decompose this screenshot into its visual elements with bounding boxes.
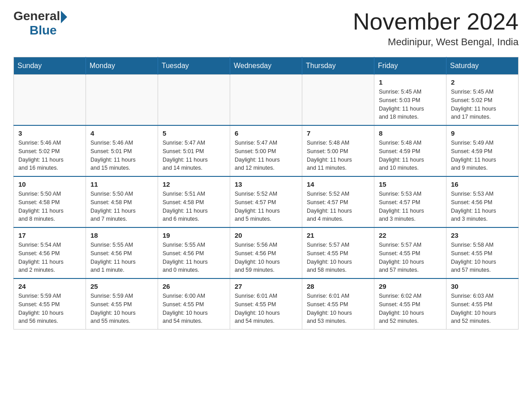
day-info: Sunrise: 6:01 AM Sunset: 4:55 PM Dayligh…: [235, 292, 297, 325]
title-section: November 2024 Medinipur, West Bengal, In…: [353, 9, 519, 48]
logo-arrow-icon: [61, 11, 67, 23]
logo: General Blue: [13, 9, 67, 38]
weekday-header-sunday: Sunday: [14, 57, 86, 75]
calendar-cell: 11Sunrise: 5:50 AM Sunset: 4:58 PM Dayli…: [86, 176, 158, 227]
day-info: Sunrise: 5:47 AM Sunset: 5:00 PM Dayligh…: [235, 139, 297, 172]
calendar-cell: 8Sunrise: 5:48 AM Sunset: 4:59 PM Daylig…: [374, 125, 446, 176]
weekday-header-wednesday: Wednesday: [230, 57, 302, 75]
page-header: General Blue November 2024 Medinipur, We…: [13, 9, 519, 48]
day-info: Sunrise: 5:54 AM Sunset: 4:56 PM Dayligh…: [18, 241, 81, 274]
weekday-header-row: SundayMondayTuesdayWednesdayThursdayFrid…: [14, 57, 519, 75]
calendar-cell: 5Sunrise: 5:47 AM Sunset: 5:01 PM Daylig…: [158, 125, 230, 176]
calendar-table: SundayMondayTuesdayWednesdayThursdayFrid…: [13, 57, 519, 330]
calendar-cell: 27Sunrise: 6:01 AM Sunset: 4:55 PM Dayli…: [230, 278, 302, 330]
month-title: November 2024: [353, 9, 519, 34]
calendar-week-row: 24Sunrise: 5:59 AM Sunset: 4:55 PM Dayli…: [14, 278, 519, 330]
calendar-week-row: 3Sunrise: 5:46 AM Sunset: 5:02 PM Daylig…: [14, 125, 519, 176]
calendar-cell: 25Sunrise: 5:59 AM Sunset: 4:55 PM Dayli…: [86, 278, 158, 330]
calendar-cell: 23Sunrise: 5:58 AM Sunset: 4:55 PM Dayli…: [446, 227, 519, 278]
day-info: Sunrise: 5:45 AM Sunset: 5:02 PM Dayligh…: [451, 88, 514, 121]
calendar-cell: 16Sunrise: 5:53 AM Sunset: 4:56 PM Dayli…: [446, 176, 519, 227]
calendar-cell: 7Sunrise: 5:48 AM Sunset: 5:00 PM Daylig…: [302, 125, 374, 176]
day-number: 25: [90, 283, 153, 290]
day-info: Sunrise: 5:48 AM Sunset: 5:00 PM Dayligh…: [307, 139, 369, 172]
calendar-week-row: 1Sunrise: 5:45 AM Sunset: 5:03 PM Daylig…: [14, 75, 519, 126]
day-info: Sunrise: 5:50 AM Sunset: 4:58 PM Dayligh…: [18, 190, 81, 223]
location-title: Medinipur, West Bengal, India: [353, 36, 519, 48]
calendar-cell: 10Sunrise: 5:50 AM Sunset: 4:58 PM Dayli…: [14, 176, 86, 227]
day-number: 12: [163, 180, 225, 188]
calendar-cell: 14Sunrise: 5:52 AM Sunset: 4:57 PM Dayli…: [302, 176, 374, 227]
calendar-cell: [230, 75, 302, 126]
calendar-cell: [158, 75, 230, 126]
day-info: Sunrise: 5:55 AM Sunset: 4:56 PM Dayligh…: [163, 241, 225, 274]
calendar-cell: 4Sunrise: 5:46 AM Sunset: 5:01 PM Daylig…: [86, 125, 158, 176]
day-number: 23: [451, 231, 514, 239]
day-number: 13: [235, 180, 297, 188]
calendar-cell: [14, 75, 86, 126]
day-info: Sunrise: 5:48 AM Sunset: 4:59 PM Dayligh…: [379, 139, 442, 172]
day-info: Sunrise: 5:53 AM Sunset: 4:57 PM Dayligh…: [379, 190, 442, 223]
weekday-header-tuesday: Tuesday: [158, 57, 230, 75]
day-info: Sunrise: 5:50 AM Sunset: 4:58 PM Dayligh…: [90, 190, 153, 223]
calendar-cell: [86, 75, 158, 126]
day-number: 2: [451, 78, 514, 86]
calendar-cell: 3Sunrise: 5:46 AM Sunset: 5:02 PM Daylig…: [14, 125, 86, 176]
day-info: Sunrise: 5:55 AM Sunset: 4:56 PM Dayligh…: [90, 241, 153, 274]
day-info: Sunrise: 5:56 AM Sunset: 4:56 PM Dayligh…: [235, 241, 297, 274]
day-number: 21: [307, 231, 369, 239]
calendar-cell: 18Sunrise: 5:55 AM Sunset: 4:56 PM Dayli…: [86, 227, 158, 278]
day-info: Sunrise: 5:51 AM Sunset: 4:58 PM Dayligh…: [163, 190, 225, 223]
day-number: 24: [18, 283, 81, 290]
day-info: Sunrise: 5:46 AM Sunset: 5:02 PM Dayligh…: [18, 139, 81, 172]
day-number: 14: [307, 180, 369, 188]
day-number: 18: [90, 231, 153, 239]
weekday-header-thursday: Thursday: [302, 57, 374, 75]
day-number: 6: [235, 129, 297, 137]
day-number: 3: [18, 129, 81, 137]
day-number: 8: [379, 129, 442, 137]
calendar-cell: 30Sunrise: 6:03 AM Sunset: 4:55 PM Dayli…: [446, 278, 519, 330]
weekday-header-saturday: Saturday: [446, 57, 519, 75]
day-number: 11: [90, 180, 153, 188]
day-number: 29: [379, 283, 442, 290]
calendar-cell: 21Sunrise: 5:57 AM Sunset: 4:55 PM Dayli…: [302, 227, 374, 278]
day-number: 28: [307, 283, 369, 290]
calendar-cell: 1Sunrise: 5:45 AM Sunset: 5:03 PM Daylig…: [374, 75, 446, 126]
calendar-week-row: 10Sunrise: 5:50 AM Sunset: 4:58 PM Dayli…: [14, 176, 519, 227]
day-number: 20: [235, 231, 297, 239]
day-info: Sunrise: 5:59 AM Sunset: 4:55 PM Dayligh…: [90, 292, 153, 325]
day-info: Sunrise: 5:46 AM Sunset: 5:01 PM Dayligh…: [90, 139, 153, 172]
weekday-header-monday: Monday: [86, 57, 158, 75]
day-info: Sunrise: 5:59 AM Sunset: 4:55 PM Dayligh…: [18, 292, 81, 325]
logo-blue-text: Blue: [30, 23, 57, 38]
calendar-cell: 20Sunrise: 5:56 AM Sunset: 4:56 PM Dayli…: [230, 227, 302, 278]
day-info: Sunrise: 5:57 AM Sunset: 4:55 PM Dayligh…: [379, 241, 442, 274]
day-info: Sunrise: 6:02 AM Sunset: 4:55 PM Dayligh…: [379, 292, 442, 325]
calendar-cell: 22Sunrise: 5:57 AM Sunset: 4:55 PM Dayli…: [374, 227, 446, 278]
calendar-cell: 24Sunrise: 5:59 AM Sunset: 4:55 PM Dayli…: [14, 278, 86, 330]
day-info: Sunrise: 6:00 AM Sunset: 4:55 PM Dayligh…: [163, 292, 225, 325]
calendar-cell: [302, 75, 374, 126]
calendar-cell: 29Sunrise: 6:02 AM Sunset: 4:55 PM Dayli…: [374, 278, 446, 330]
calendar-cell: 17Sunrise: 5:54 AM Sunset: 4:56 PM Dayli…: [14, 227, 86, 278]
calendar-cell: 28Sunrise: 6:01 AM Sunset: 4:55 PM Dayli…: [302, 278, 374, 330]
day-number: 7: [307, 129, 369, 137]
day-number: 26: [163, 283, 225, 290]
day-info: Sunrise: 6:01 AM Sunset: 4:55 PM Dayligh…: [307, 292, 369, 325]
day-number: 30: [451, 283, 514, 290]
day-info: Sunrise: 5:52 AM Sunset: 4:57 PM Dayligh…: [235, 190, 297, 223]
day-info: Sunrise: 6:03 AM Sunset: 4:55 PM Dayligh…: [451, 292, 514, 325]
day-number: 10: [18, 180, 81, 188]
day-number: 15: [379, 180, 442, 188]
calendar-cell: 12Sunrise: 5:51 AM Sunset: 4:58 PM Dayli…: [158, 176, 230, 227]
day-number: 1: [379, 78, 442, 86]
calendar-cell: 6Sunrise: 5:47 AM Sunset: 5:00 PM Daylig…: [230, 125, 302, 176]
day-number: 27: [235, 283, 297, 290]
calendar-cell: 26Sunrise: 6:00 AM Sunset: 4:55 PM Dayli…: [158, 278, 230, 330]
day-number: 5: [163, 129, 225, 137]
day-info: Sunrise: 5:57 AM Sunset: 4:55 PM Dayligh…: [307, 241, 369, 274]
calendar-cell: 13Sunrise: 5:52 AM Sunset: 4:57 PM Dayli…: [230, 176, 302, 227]
day-number: 22: [379, 231, 442, 239]
day-number: 16: [451, 180, 514, 188]
